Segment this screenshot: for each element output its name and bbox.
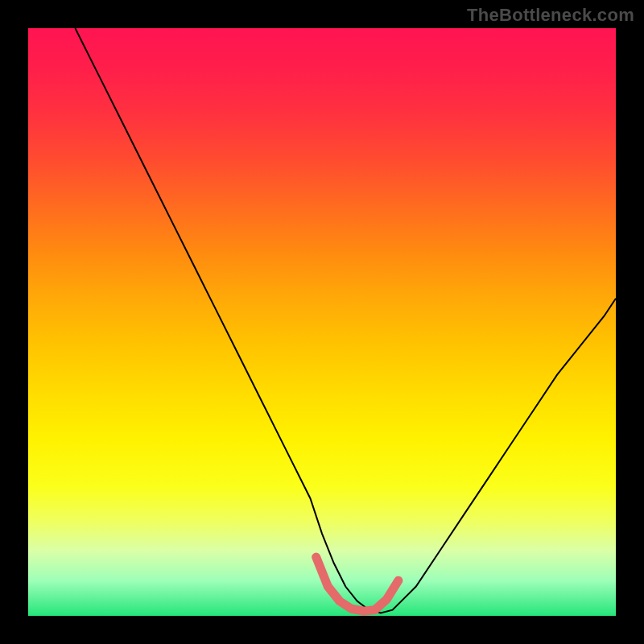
series-flat-highlight [316,557,398,611]
plot-area [28,28,616,616]
chart-svg [28,28,616,616]
series-curve [75,28,616,613]
watermark-text: TheBottleneck.com [467,5,634,26]
chart-frame: TheBottleneck.com [0,0,644,644]
